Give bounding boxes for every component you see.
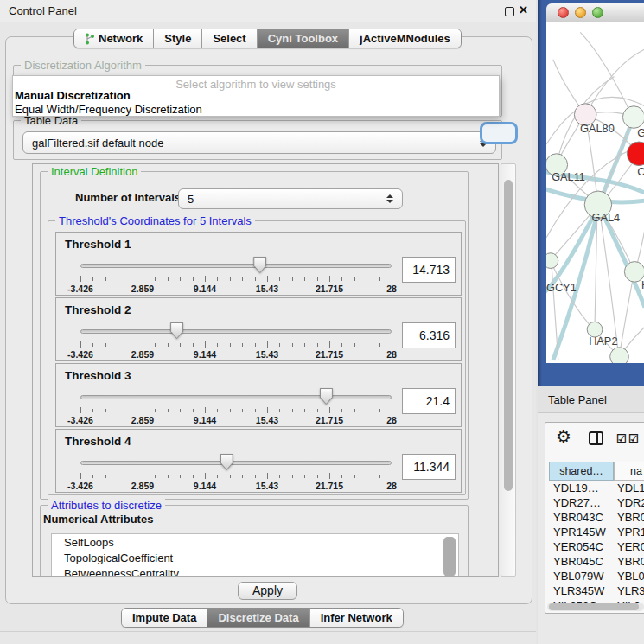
slider-tick — [292, 277, 293, 281]
attribute-list-item[interactable]: TopologicalCoefficient — [52, 550, 458, 565]
apply-button[interactable]: Apply — [238, 582, 297, 600]
network-node-label: GAL11 — [552, 170, 585, 183]
threshold-value-field[interactable]: 21.4 — [402, 388, 456, 414]
threshold-value-field[interactable]: 11.344 — [402, 454, 456, 480]
vertical-scrollbar-thumb[interactable] — [504, 180, 513, 491]
float-window-icon[interactable] — [505, 7, 514, 16]
cell-name[interactable]: YBR0 — [615, 555, 644, 570]
algorithm-combobox[interactable] — [480, 122, 518, 144]
close-icon[interactable]: ✕ — [519, 3, 528, 16]
algorithm-option-manual[interactable]: Manual Discretization — [15, 89, 131, 102]
slider-track[interactable] — [80, 329, 392, 334]
attribute-list-item[interactable]: BetweennessCentrality — [52, 565, 458, 577]
cyni-toolbox-panel: Discretization Algorithm Table Data galF… — [5, 36, 532, 604]
algorithm-option-equal-width[interactable]: Equal Width/Frequency Discretization — [15, 103, 202, 116]
interval-definition-group: Interval Definition Number of Intervals … — [40, 171, 469, 500]
tab-label: Infer Network — [321, 611, 392, 624]
horizontal-scrollbar-thumb[interactable] — [549, 603, 639, 610]
threshold-value-field[interactable]: 14.713 — [402, 257, 456, 283]
table-data-combobox[interactable]: galFiltered.sif default node — [22, 131, 496, 154]
table-row[interactable]: YER054CYER0 — [549, 540, 644, 555]
slider-tick-label: 28 — [386, 284, 397, 294]
slider-track[interactable] — [80, 264, 392, 268]
tab-select[interactable]: Select — [202, 29, 257, 48]
columns-icon[interactable] — [589, 431, 603, 445]
cell-name[interactable]: YER0 — [615, 540, 644, 555]
cell-name[interactable]: YDL1 — [615, 481, 644, 496]
slider-tick — [242, 475, 243, 478]
tab-infer-network[interactable]: Infer Network — [310, 609, 403, 627]
slider-tick — [255, 277, 256, 281]
cyni-bottom-tabbar: Impute DataDiscretize DataInfer Network — [121, 608, 404, 628]
slider-tick — [255, 343, 256, 347]
minimize-traffic-light-icon[interactable] — [575, 7, 586, 18]
cell-shared-name[interactable]: YPR145W — [549, 526, 615, 540]
network-edge[interactable] — [620, 273, 634, 354]
list-scrollbar-thumb[interactable] — [443, 537, 456, 577]
slider-tick — [242, 277, 243, 281]
gear-icon[interactable]: ⚙ — [556, 426, 571, 447]
cell-shared-name[interactable]: YER054C — [549, 540, 615, 555]
slider-thumb[interactable] — [220, 454, 233, 470]
cell-shared-name[interactable]: YBR043C — [549, 511, 615, 526]
tab-style[interactable]: Style — [154, 29, 202, 48]
panel-title: Control Panel — [9, 4, 77, 17]
cell-name[interactable]: YLR3 — [615, 584, 644, 599]
tab-jactivemnodules[interactable]: jActiveMNodules — [349, 29, 461, 48]
number-of-intervals-combobox[interactable]: 5 — [178, 188, 403, 209]
tab-cyni-toolbox[interactable]: Cyni Toolbox — [258, 29, 349, 48]
column-header-name[interactable]: na — [614, 462, 644, 481]
numerical-attributes-list[interactable]: SelfLoopsTopologicalCoefficientBetweenne… — [51, 533, 459, 577]
cell-shared-name[interactable]: YBR045C — [549, 555, 615, 570]
slider-thumb[interactable] — [320, 388, 333, 405]
table-row[interactable]: YDR27…YDR2 — [549, 496, 644, 511]
network-node[interactable] — [622, 106, 644, 129]
slider-tick — [217, 409, 218, 412]
cell-shared-name[interactable]: YBL079W — [549, 570, 615, 584]
table-row[interactable]: YDL19…YDL1 — [549, 481, 644, 496]
slider-tick — [230, 475, 231, 478]
cell-name[interactable]: YDR2 — [615, 496, 644, 511]
slider-tick — [118, 277, 118, 281]
network-node[interactable] — [610, 348, 629, 363]
slider-tick — [392, 276, 392, 282]
cell-shared-name[interactable]: YDL19… — [549, 481, 615, 496]
threshold-value-field[interactable]: 6.316 — [402, 322, 456, 348]
slider-tick — [80, 276, 81, 282]
vertical-scrollbar[interactable] — [501, 163, 516, 577]
slider-track[interactable] — [80, 395, 392, 399]
tab-discretize-data[interactable]: Discretize Data — [207, 609, 309, 627]
cell-name[interactable]: YPR1 — [615, 526, 644, 540]
network-node[interactable] — [546, 253, 558, 269]
slider-tick — [105, 409, 106, 412]
network-window-titlebar[interactable] — [546, 3, 644, 22]
tab-network[interactable]: Network — [74, 29, 154, 48]
table-row[interactable]: YBR043CYBR0 — [549, 511, 644, 526]
close-traffic-light-icon[interactable] — [558, 7, 569, 18]
checkbox-checked-icon[interactable]: ☑ — [628, 432, 639, 445]
cell-name[interactable]: YBR0 — [615, 511, 644, 526]
table-panel-titlebar: Table Panel — [538, 386, 644, 413]
cell-name[interactable]: YBL0 — [615, 570, 644, 584]
slider-thumb[interactable] — [170, 322, 183, 339]
zoom-traffic-light-icon[interactable] — [592, 7, 603, 18]
table-row[interactable]: YPR145WYPR1 — [549, 526, 644, 540]
network-canvas[interactable]: GAL80GAGAL11CGAL4GCY1HHAP2 — [546, 22, 644, 363]
table-row[interactable]: YLR345WYLR3 — [549, 584, 644, 599]
cell-shared-name[interactable]: YDR27… — [549, 496, 615, 511]
slider-thumb[interactable] — [253, 257, 266, 273]
slider-tick — [255, 409, 256, 412]
slider-track[interactable] — [80, 461, 392, 465]
tab-impute-data[interactable]: Impute Data — [122, 609, 207, 627]
horizontal-scrollbar[interactable] — [547, 603, 644, 611]
table-row[interactable]: YBR045CYBR0 — [549, 555, 644, 570]
column-header-shared-name[interactable]: shared… — [549, 462, 614, 481]
cell-shared-name[interactable]: YLR345W — [549, 584, 615, 599]
checkbox-checked-icon[interactable]: ☑ — [616, 432, 627, 445]
slider-tick — [143, 276, 143, 282]
attribute-list-item[interactable]: SelfLoops — [52, 534, 458, 550]
table-panel-title: Table Panel — [548, 393, 607, 406]
network-node[interactable] — [627, 142, 644, 166]
slider-tick — [180, 409, 181, 412]
table-row[interactable]: YBL079WYBL0 — [549, 570, 644, 584]
